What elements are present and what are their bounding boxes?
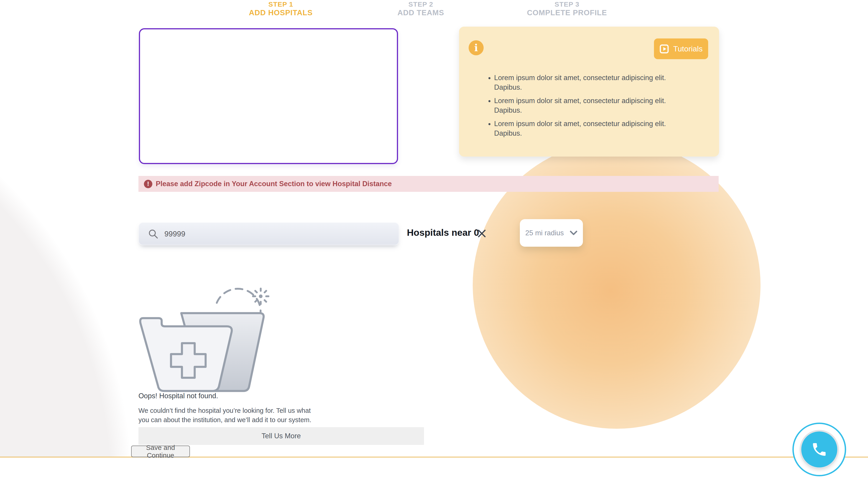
chevron-down-icon: [570, 230, 578, 235]
stepper-step-3[interactable]: STEP 3 COMPLETE PROFILE: [527, 0, 607, 17]
gray-decor-circle: [0, 53, 132, 457]
phone-icon: [811, 441, 828, 458]
sparkle-icon: [253, 289, 269, 304]
onboarding-page: STEP 1 ADD HOSPITALS STEP 2 ADD TEAMS ST…: [0, 0, 868, 487]
step-number: STEP 2: [397, 0, 444, 8]
search-icon: [148, 229, 158, 239]
tutorials-button-label: Tutorials: [673, 44, 703, 53]
step-number: STEP 1: [249, 0, 313, 8]
step-label: COMPLETE PROFILE: [527, 8, 607, 17]
clear-search-button[interactable]: [477, 228, 487, 238]
empty-folder-illustration: [136, 271, 278, 394]
radius-dropdown-value: 25 mi radius: [525, 229, 564, 237]
close-icon: [477, 228, 487, 238]
step-label: ADD HOSPITALS: [249, 8, 313, 17]
info-bullet: Lorem ipsum dolor sit amet, consectetur …: [494, 119, 681, 138]
stepper-step-2[interactable]: STEP 2 ADD TEAMS: [397, 0, 444, 17]
info-bullet-list: Lorem ipsum dolor sit amet, consectetur …: [487, 73, 681, 142]
results-label: Hospitals near 0: [407, 227, 479, 238]
info-bullet: Lorem ipsum dolor sit amet, consectetur …: [494, 96, 681, 115]
call-support-button[interactable]: [793, 423, 846, 476]
tell-us-more-button[interactable]: Tell Us More: [138, 427, 424, 445]
save-and-continue-button[interactable]: Save and Continue: [131, 446, 190, 457]
warning-text: Please add Zipcode in Your Account Secti…: [156, 180, 392, 188]
alert-icon: !: [144, 180, 152, 188]
info-icon: i: [469, 40, 484, 55]
empty-state-text-line2: you can about the institution, and we’ll…: [138, 415, 311, 425]
tutorials-button[interactable]: Tutorials: [654, 38, 708, 59]
search-input[interactable]: [164, 230, 369, 238]
zipcode-warning-banner: ! Please add Zipcode in Your Account Sec…: [138, 176, 719, 192]
info-bullet: Lorem ipsum dolor sit amet, consectetur …: [494, 73, 681, 92]
empty-state-title: Oops! Hospital not found.: [138, 392, 218, 400]
video-play-icon: [659, 44, 669, 54]
highlighted-panel: [139, 28, 398, 164]
info-card: i Tutorials Lorem ipsum dolor sit amet, …: [459, 27, 719, 157]
stepper-step-1[interactable]: STEP 1 ADD HOSPITALS: [249, 0, 313, 17]
step-number: STEP 3: [527, 0, 607, 8]
step-label: ADD TEAMS: [397, 8, 444, 17]
empty-state-text-line1: We couldn’t find the hospital you’re loo…: [138, 406, 311, 415]
hospital-search-box[interactable]: [138, 222, 399, 245]
footer-divider: [0, 457, 868, 457]
phone-button-circle: [801, 431, 837, 467]
radius-dropdown[interactable]: 25 mi radius: [520, 219, 583, 247]
